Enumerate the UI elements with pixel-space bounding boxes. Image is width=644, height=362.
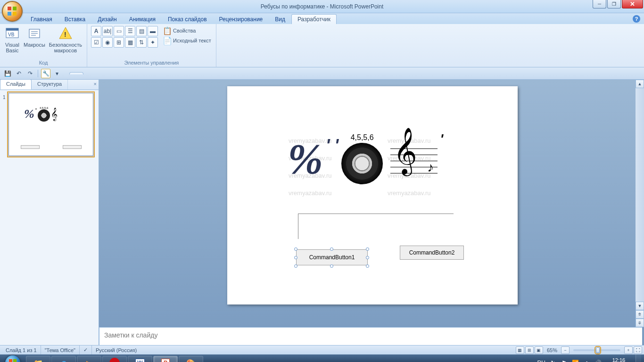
view-code-button[interactable]: 📄 Исходный текст	[162, 36, 213, 45]
spellcheck-icon: ✓	[83, 347, 88, 353]
control-combobox-icon[interactable]: ☰	[125, 26, 135, 36]
scroll-down-icon[interactable]: ▼	[636, 302, 644, 310]
watermark: vremyazabav.ru	[388, 189, 431, 197]
slide-textbox[interactable]	[298, 214, 454, 239]
tray-network-icon[interactable]: 📶	[572, 359, 579, 362]
taskbar-ie-icon[interactable]: e	[51, 356, 76, 362]
qat-dropdown-icon[interactable]: ▾	[52, 69, 62, 78]
office-button[interactable]	[2, 1, 23, 22]
zoom-out-button[interactable]: −	[561, 346, 570, 354]
view-slideshow-icon[interactable]: ▣	[535, 346, 543, 354]
main-area: Слайды Структура × 1 %" 4,5,5,6 𝄞 vrem	[0, 80, 644, 345]
control-groupbox-icon[interactable]: ▭	[114, 26, 124, 36]
tray-clock[interactable]: 12:16 12.04.2019	[606, 357, 632, 362]
control-more-icon[interactable]: ✦	[148, 37, 158, 48]
properties-button[interactable]: 📋 Свойства	[162, 26, 213, 35]
tray-sync-icon[interactable]: ↻	[549, 359, 557, 362]
close-button[interactable]: ✕	[622, 0, 643, 8]
tab-animation[interactable]: Анимация	[123, 14, 162, 24]
slide-canvas[interactable]: vremyazabav.ru vremyazabav.ru vremyazaba…	[227, 86, 518, 304]
zoom-in-button[interactable]: +	[624, 346, 633, 354]
svg-text:VB: VB	[8, 32, 15, 37]
taskbar-powerpoint-icon[interactable]: P	[153, 356, 178, 362]
control-label-icon[interactable]: A	[91, 26, 101, 36]
tab-insert[interactable]: Вставка	[58, 14, 92, 24]
fit-window-icon[interactable]: ⛶	[634, 346, 642, 354]
svg-rect-13	[9, 359, 12, 362]
minimize-button[interactable]: ─	[593, 0, 606, 8]
view-sorter-icon[interactable]: ⊞	[525, 346, 534, 354]
svg-text:!: !	[64, 31, 66, 38]
show-desktop-button[interactable]	[636, 354, 641, 362]
zoom-percent[interactable]: 65%	[544, 347, 560, 353]
view-code-icon: 📄	[164, 37, 171, 44]
tab-home[interactable]: Главная	[25, 14, 58, 24]
start-button[interactable]	[0, 354, 25, 362]
control-button-icon[interactable]: ▬	[148, 26, 158, 36]
control-textbox-icon[interactable]: ab|	[102, 26, 113, 36]
apostrophe-symbol: '	[440, 132, 443, 147]
quick-access-toolbar: 💾 ↶ ↷ 🔧 ▾	[0, 67, 644, 80]
taskbar-wmp-icon[interactable]: ▶	[77, 356, 101, 362]
vertical-scrollbar[interactable]: ▲ ▼ ⤊ ⤋	[636, 80, 644, 327]
pane-tab-slides[interactable]: Слайды	[0, 79, 32, 90]
undo-icon[interactable]: ↶	[14, 69, 24, 78]
slide-editor[interactable]: vremyazabav.ru vremyazabav.ru vremyazaba…	[99, 80, 644, 345]
properties-icon: 📋	[164, 27, 171, 34]
maximize-button[interactable]: ❐	[607, 0, 621, 8]
svg-rect-3	[13, 12, 17, 16]
tray-action-icon[interactable]: ⚑	[561, 359, 568, 362]
control-scroll-icon[interactable]: ⇅	[136, 37, 147, 48]
svg-rect-5	[6, 28, 18, 31]
status-language[interactable]: Русский (Россия)	[92, 346, 140, 354]
prev-slide-icon[interactable]: ⤊	[636, 310, 644, 319]
help-icon[interactable]: ?	[633, 15, 640, 23]
percent-symbol: %	[288, 135, 323, 183]
rebus-numbers: 4,5,5,6	[351, 133, 374, 142]
scroll-up-icon[interactable]: ▲	[636, 80, 644, 88]
command-button-1[interactable]: CommandButton1	[296, 249, 368, 265]
save-icon[interactable]: 💾	[3, 69, 12, 78]
control-frame-icon[interactable]: ▦	[125, 37, 135, 48]
qat-custom-icon[interactable]: 🔧	[41, 69, 50, 78]
rebus-image: % ' ' 4,5,5,6 𝄞 ♪ '	[288, 133, 438, 184]
tab-design[interactable]: Дизайн	[91, 14, 123, 24]
tab-review[interactable]: Рецензирование	[213, 14, 269, 24]
qat-tab-handle[interactable]	[69, 72, 83, 74]
taskbar-word-icon[interactable]: W	[128, 356, 152, 362]
svg-rect-1	[13, 7, 17, 10]
slide-thumbnail-1[interactable]: %" 4,5,5,6 𝄞	[8, 93, 93, 156]
tab-slideshow[interactable]: Показ слайдов	[162, 14, 213, 24]
notes-pane[interactable]: Заметки к слайду	[99, 327, 642, 345]
tab-view[interactable]: Вид	[269, 14, 291, 24]
title-bar: Ребусы по информатике - Microsoft PowerP…	[0, 0, 644, 13]
thumbnail-number: 1	[3, 93, 8, 156]
tray-language[interactable]: RU	[537, 360, 545, 362]
tray-volume-icon[interactable]: 🔊	[594, 359, 602, 362]
visual-basic-button[interactable]: VB Visual Basic	[3, 25, 22, 54]
zoom-slider[interactable]	[573, 349, 620, 351]
wheel-image	[341, 143, 383, 184]
macro-security-button[interactable]: ! Безопасность макросов	[47, 25, 84, 54]
slides-pane: Слайды Структура × 1 %" 4,5,5,6 𝄞	[0, 80, 99, 345]
taskbar-opera-icon[interactable]	[102, 356, 127, 362]
taskbar-paint-icon[interactable]: 🎨	[179, 356, 203, 362]
status-spellcheck[interactable]: ✓	[80, 346, 92, 354]
pane-close-icon[interactable]: ×	[94, 81, 97, 87]
taskbar-explorer-icon[interactable]: 📁	[26, 356, 50, 362]
music-note-icon: ♪	[427, 160, 434, 175]
control-toggle-icon[interactable]: ⊞	[114, 37, 124, 48]
tray-usb-icon[interactable]: ⏏	[583, 359, 591, 362]
redo-icon[interactable]: ↷	[25, 69, 35, 78]
tab-developer[interactable]: Разработчик	[291, 14, 337, 24]
control-listbox-icon[interactable]: ▤	[136, 26, 147, 36]
pane-tab-outline[interactable]: Структура	[32, 80, 68, 90]
double-quote-symbol: ' '	[326, 136, 339, 156]
next-slide-icon[interactable]: ⤋	[636, 319, 644, 327]
control-checkbox-icon[interactable]: ☑	[91, 37, 101, 48]
macros-button[interactable]: Макросы	[22, 25, 47, 49]
controls-gallery[interactable]: A ab| ▭ ☰ ▤ ▬ ☑ ◉ ⊞ ▦ ⇅ ✦	[91, 26, 158, 48]
view-normal-icon[interactable]: ▦	[516, 346, 524, 354]
command-button-2[interactable]: CommandButton2	[400, 246, 464, 260]
control-option-icon[interactable]: ◉	[102, 37, 113, 48]
